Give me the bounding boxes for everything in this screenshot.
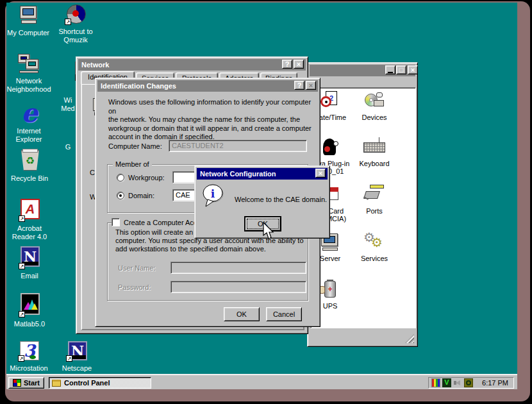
- workgroup-radio[interactable]: [117, 174, 124, 181]
- icon-label: Qmuzik: [63, 36, 87, 44]
- icon-label: Netscape: [62, 364, 92, 373]
- icon-label: Shortcut to: [58, 28, 92, 36]
- virus-scan-tray-icon[interactable]: V: [442, 378, 451, 387]
- network-dialog-titlebar[interactable]: Network ? ×: [78, 59, 306, 71]
- acrobat-reader-icon: A ↗: [19, 199, 40, 222]
- resize-grip[interactable]: [405, 334, 414, 343]
- date-time-icon: 2: [319, 91, 341, 112]
- member-of-legend: Member of: [113, 160, 152, 168]
- start-button[interactable]: Start: [8, 377, 44, 389]
- ok-button[interactable]: OK: [224, 307, 260, 321]
- minimize-button[interactable]: [385, 65, 395, 74]
- icon-label: My Computer: [7, 29, 49, 37]
- taskbar: Start Control Panel V 6:17 PM: [6, 374, 517, 389]
- help-icon: ?: [285, 61, 290, 68]
- shortcut-arrow-icon: ↗: [19, 263, 25, 269]
- desktop-icon-microstation[interactable]: 3 ↗ Microstation: [6, 341, 52, 373]
- user-name-label: User Name:: [118, 264, 156, 272]
- network-neighborhood-icon: [18, 54, 40, 74]
- icon-label: Explorer: [16, 135, 42, 144]
- internet-explorer-icon: e: [18, 100, 40, 124]
- start-label: Start: [24, 379, 40, 387]
- cp-icon-services[interactable]: ⚙ ⚙ Services: [354, 232, 395, 262]
- desktop: My Computer ↗ Shortcut to Qmuzik Network…: [6, 3, 517, 389]
- cp-icon-label: Devices: [362, 114, 387, 121]
- close-button[interactable]: ×: [294, 60, 304, 69]
- identification-changes-titlebar[interactable]: Identification Changes ? ×: [97, 80, 318, 92]
- icon-label: Matlab5.0: [14, 320, 45, 328]
- mouse-cursor: [262, 222, 276, 241]
- desktop-icon-my-computer[interactable]: My Computer: [6, 6, 51, 37]
- icon-label: Wi: [64, 96, 72, 105]
- netscape-icon: N ↗: [66, 341, 88, 362]
- system-tray: V 6:17 PM: [428, 377, 514, 389]
- computer-name-field[interactable]: CAESTUDENT2: [169, 140, 307, 152]
- clock: 6:17 PM: [482, 379, 508, 387]
- task-button-control-panel[interactable]: Control Panel: [49, 377, 151, 389]
- email-netscape-n-icon: N ↗: [19, 246, 40, 269]
- cp-icon-label: Ports: [366, 207, 383, 215]
- cp-icon-ports[interactable]: Ports: [354, 185, 395, 215]
- display-tray-icon[interactable]: [464, 378, 473, 387]
- icon-label: G: [65, 143, 71, 151]
- domain-label: Domain:: [128, 192, 154, 199]
- system-monitor-tray-icon[interactable]: [431, 378, 440, 387]
- desktop-icon-email[interactable]: N ↗ Email: [6, 246, 53, 280]
- desktop-icon-acrobat-reader[interactable]: A ↗ Acrobat Reader 4.0: [6, 199, 53, 241]
- keyboard-icon: [363, 137, 385, 158]
- icon-label: Acrobat: [17, 224, 42, 233]
- cp-icon-keyboard[interactable]: Keyboard: [354, 137, 395, 167]
- control-panel-titlebar[interactable]: □ ×: [310, 65, 415, 76]
- messagebox-title: Network Configuration: [200, 170, 276, 178]
- close-icon: ×: [411, 67, 415, 74]
- close-button[interactable]: ×: [306, 81, 316, 90]
- desktop-icon-qmuzik[interactable]: ↗ Shortcut to Qmuzik: [53, 4, 99, 44]
- cp-icon-label: UPS: [323, 302, 338, 310]
- maximize-button[interactable]: □: [396, 65, 406, 74]
- java-plugin-icon: [319, 137, 341, 158]
- matlab-icon: ↗: [19, 293, 40, 317]
- cp-icon-label: Server: [320, 255, 340, 262]
- icon-label: Microstation: [10, 364, 47, 373]
- password-field[interactable]: [170, 281, 306, 293]
- icon-label: Recycle Bin: [11, 174, 48, 183]
- close-icon: ×: [309, 82, 313, 89]
- ups-battery-icon: +: [319, 280, 341, 301]
- icon-label: Email: [21, 272, 38, 280]
- cancel-button[interactable]: Cancel: [266, 307, 302, 321]
- ports-icon: [363, 185, 385, 206]
- desktop-icon-matlab[interactable]: ↗ Matlab5.0: [6, 293, 53, 328]
- icon-label: Reader 4.0: [12, 233, 47, 241]
- domain-radio[interactable]: [117, 192, 124, 199]
- qmuzik-gauge-icon: ↗: [65, 4, 87, 25]
- identification-intro-text: Windows uses the following information t…: [108, 98, 320, 142]
- create-account-checkbox[interactable]: [112, 218, 120, 226]
- close-icon: ×: [319, 170, 322, 177]
- cancel-label: Cancel: [273, 310, 295, 318]
- shortcut-arrow-icon: ↗: [19, 311, 25, 317]
- help-icon: ?: [297, 82, 302, 89]
- volume-tray-icon[interactable]: [453, 378, 462, 387]
- info-icon: i: [201, 184, 226, 208]
- recycle-bin-icon: ♻: [19, 149, 40, 172]
- services-gears-icon: ⚙ ⚙: [363, 232, 385, 253]
- close-button[interactable]: ×: [315, 169, 326, 178]
- desktop-icon-netscape[interactable]: N ↗ Netscape: [54, 341, 100, 373]
- shortcut-arrow-icon: ↗: [66, 355, 72, 362]
- cp-icon-label: Services: [361, 255, 388, 262]
- close-button[interactable]: ×: [408, 65, 418, 74]
- password-label: Password:: [118, 283, 151, 291]
- messagebox-titlebar[interactable]: Network Configuration ×: [197, 168, 328, 180]
- minimize-icon: [388, 67, 393, 73]
- user-name-field[interactable]: [170, 262, 306, 274]
- shortcut-arrow-icon: ↗: [65, 19, 71, 25]
- help-button[interactable]: ?: [282, 60, 292, 69]
- network-dialog-title: Network: [81, 61, 109, 69]
- desktop-icon-recycle-bin[interactable]: ♻ Recycle Bin: [6, 149, 53, 183]
- help-button[interactable]: ?: [294, 81, 304, 90]
- messagebox-text: Welcome to the CAE domain.: [235, 196, 327, 203]
- icon-label: Network: [16, 77, 42, 85]
- cp-icon-devices[interactable]: Devices: [354, 91, 395, 121]
- close-icon: ×: [297, 61, 301, 68]
- icon-label: Internet: [17, 127, 40, 135]
